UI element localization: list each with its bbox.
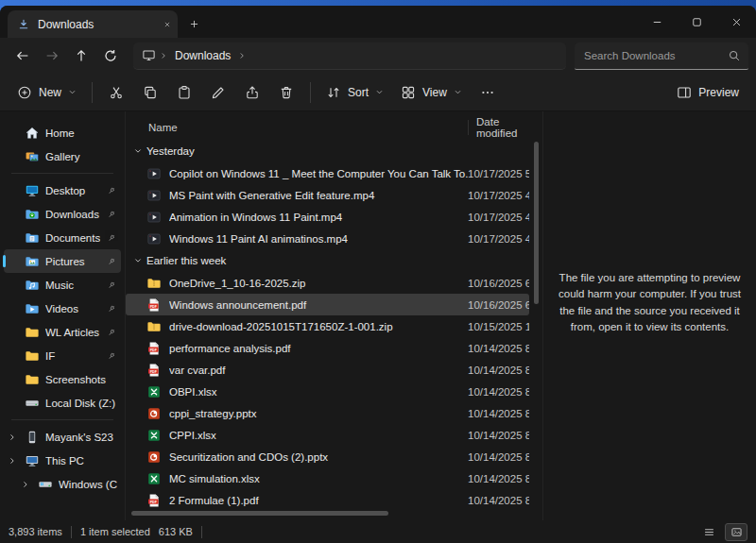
sidebar-item-mayank-s-s23[interactable]: Mayank's S23: [4, 425, 121, 449]
file-row-mc-simulation-xlsx[interactable]: MC simulation.xlsx10/14/2025 8:37: [126, 467, 529, 489]
file-row-onedrive-1-10-16-2025-zip[interactable]: OneDrive_1_10-16-2025.zip10/16/2025 6:24: [126, 272, 529, 294]
file-row-var-cvar-pdf[interactable]: PDFvar cvar.pdf10/14/2025 8:38: [126, 359, 529, 381]
paste-button[interactable]: [167, 77, 201, 108]
column-header-name[interactable]: Name: [148, 122, 468, 133]
chevron-down-icon: [375, 88, 384, 96]
sidebar-item-local-disk-z[interactable]: Local Disk (Z:): [4, 391, 121, 415]
mp4-file-icon: [146, 188, 162, 203]
status-divider: [71, 526, 72, 538]
file-row-windows-11-paint-ai-animatinos-mp4[interactable]: Windows 11 Paint AI animatinos.mp410/17/…: [126, 228, 529, 249]
file-row-performance-analysis-pdf[interactable]: PDFperformance analysis.pdf10/14/2025 8:…: [126, 337, 529, 359]
vertical-scrollbar[interactable]: [533, 140, 541, 505]
drivewin-icon: [38, 477, 53, 492]
sidebar-item-this-pc[interactable]: This PC: [4, 449, 121, 472]
file-date-modified: 10/14/2025 8:38: [468, 430, 529, 441]
file-date-modified: 10/14/2025 8:38: [468, 408, 529, 419]
file-list: YesterdayCopilot on Windows 11 _ Meet th…: [126, 140, 542, 509]
maximize-button[interactable]: [677, 6, 716, 38]
file-row-windows-announcement-pdf[interactable]: PDFWindows announcement.pdf10/16/2025 6:…: [126, 294, 529, 315]
file-row-copilot-on-windows-11-meet-the-computer-you-can-talk-to-mp4[interactable]: Copilot on Windows 11 _ Meet the Compute…: [126, 162, 529, 184]
forward-button[interactable]: [37, 42, 66, 69]
sidebar-item-desktop[interactable]: Desktop: [4, 178, 121, 202]
rename-button[interactable]: [201, 77, 235, 108]
file-row-obpi-xlsx[interactable]: OBPI.xlsx10/14/2025 8:38: [126, 381, 529, 402]
sidebar-item-downloads[interactable]: Downloads: [4, 202, 121, 226]
sidebar-item-label: Videos: [45, 303, 100, 314]
new-button[interactable]: New: [9, 77, 85, 108]
sidebar-item-label: Local Disk (Z:): [45, 398, 117, 409]
xlsx-file-icon: [146, 471, 162, 486]
chevron-right-icon[interactable]: [237, 51, 247, 60]
minimize-button[interactable]: [637, 6, 677, 38]
column-header-date-modified[interactable]: Date modified: [468, 120, 542, 135]
file-row-drive-download-20251015t171650z-1-001-zip[interactable]: drive-download-20251015T171650Z-1-001.zi…: [126, 315, 529, 337]
file-date-modified: 10/14/2025 8:38: [468, 386, 529, 398]
sidebar-item-videos[interactable]: Videos: [4, 297, 121, 320]
sidebar-item-pictures[interactable]: Pictures: [4, 249, 121, 273]
pptx-file-icon: [146, 406, 162, 421]
sidebar-item-windows-c[interactable]: Windows (C:): [4, 472, 121, 496]
group-header-yesterday[interactable]: Yesterday: [126, 140, 529, 162]
chevron-down-icon: [454, 88, 462, 96]
chevron-right-icon[interactable]: [6, 454, 19, 467]
file-date-modified: 10/16/2025 6:24: [468, 299, 529, 311]
selection-size: 613 KB: [159, 526, 193, 537]
navigation-bar: Downloads: [0, 38, 756, 74]
horizontal-scrollbar[interactable]: [129, 509, 527, 518]
share-button[interactable]: [235, 77, 269, 108]
sidebar-item-home[interactable]: Home: [4, 121, 121, 144]
details-view-button[interactable]: [697, 523, 720, 541]
sidebar-item-wl-articles[interactable]: WL Articles: [4, 320, 121, 344]
sort-button[interactable]: Sort: [318, 77, 392, 108]
tab-close-icon[interactable]: [163, 20, 172, 29]
thumbnail-view-button[interactable]: [725, 523, 747, 541]
vertical-scrollbar-thumb[interactable]: [534, 142, 539, 304]
back-button[interactable]: [8, 42, 37, 69]
cut-button[interactable]: [99, 77, 133, 108]
chevron-right-icon[interactable]: [6, 431, 19, 444]
sidebar-item-label: Gallery: [45, 151, 117, 162]
tab-downloads[interactable]: Downloads: [8, 10, 178, 38]
sidebar-item-if[interactable]: IF: [4, 344, 121, 367]
pin-icon: [106, 256, 117, 267]
preview-toggle-button[interactable]: Preview: [668, 77, 747, 108]
view-button[interactable]: View: [392, 77, 471, 108]
chevron-right-icon[interactable]: [19, 478, 32, 491]
new-tab-button[interactable]: [181, 11, 206, 36]
file-row-cppi-xlsx[interactable]: CPPI.xlsx10/14/2025 8:38: [126, 424, 529, 446]
more-options-button[interactable]: [471, 77, 505, 108]
titlebar: Downloads: [0, 6, 756, 38]
sidebar-item-screenshots[interactable]: Screenshots: [4, 367, 121, 391]
close-button[interactable]: [716, 6, 756, 38]
desktop-icon: [25, 183, 40, 198]
group-label: Earlier this week: [146, 255, 226, 266]
file-name: var cvar.pdf: [169, 365, 468, 376]
delete-button[interactable]: [269, 77, 303, 108]
file-row-securitization-and-cdos-2-pptx[interactable]: Securitization and CDOs (2).pptx10/14/20…: [126, 446, 529, 467]
pin-icon: [106, 185, 117, 196]
group-header-earlier-this-week[interactable]: Earlier this week: [126, 249, 529, 272]
copy-button[interactable]: [133, 77, 167, 108]
file-explorer-window: Downloads Downloads New: [0, 6, 756, 543]
search-input[interactable]: [582, 49, 722, 62]
file-row-animation-in-windows-11-paint-mp4[interactable]: Animation in Windows 11 Paint.mp410/17/2…: [126, 206, 529, 228]
horizontal-scrollbar-thumb[interactable]: [131, 511, 388, 516]
file-row-ms-paint-with-generative-edit-feature-mp4[interactable]: MS Paint with Generative Edit feature.mp…: [126, 184, 529, 206]
pictures-icon: [25, 254, 40, 269]
up-button[interactable]: [66, 42, 95, 69]
sidebar-item-music[interactable]: Music: [4, 273, 121, 297]
main-area: HomeGalleryDesktopDownloadsDocumentsPict…: [0, 111, 756, 520]
chevron-down-icon[interactable]: [131, 254, 145, 267]
chevron-down-icon[interactable]: [131, 144, 145, 158]
refresh-button[interactable]: [95, 42, 125, 69]
sidebar-item-gallery[interactable]: Gallery: [4, 144, 121, 168]
file-date-modified: 10/17/2025 4:32: [468, 190, 529, 201]
pin-icon: [106, 209, 117, 220]
sidebar-item-documents[interactable]: Documents: [4, 226, 121, 249]
file-row-cppi-strategy-pptx[interactable]: cppi_strategy.pptx10/14/2025 8:38: [126, 402, 529, 424]
search-box[interactable]: [575, 42, 748, 70]
chevron-right-icon[interactable]: [159, 51, 168, 60]
file-row-2-formulae-1-pdf[interactable]: PDF2 Formulae (1).pdf10/14/2025 8:37: [126, 489, 529, 509]
breadcrumb[interactable]: Downloads: [133, 42, 566, 70]
breadcrumb-segment[interactable]: Downloads: [171, 49, 234, 62]
